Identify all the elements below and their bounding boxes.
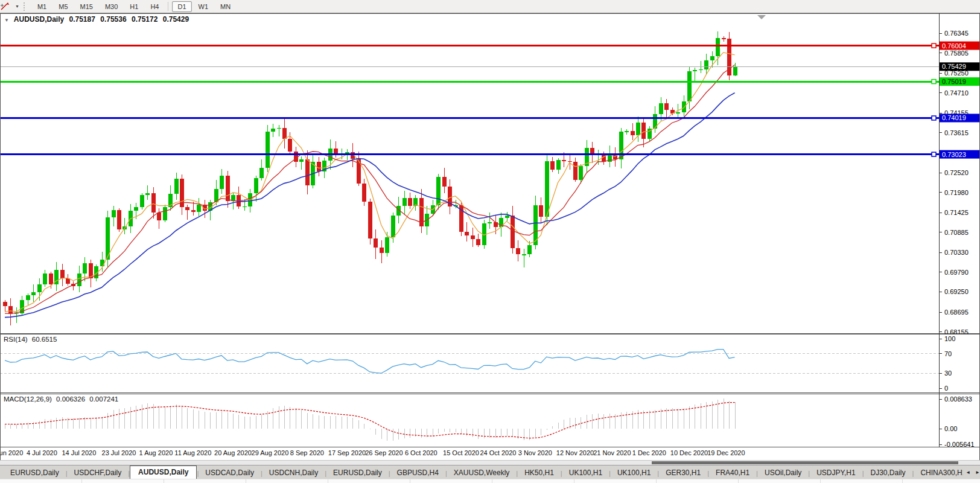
tab-usoil-daily[interactable]: USOil,Daily	[758, 467, 808, 479]
candle-body	[516, 248, 520, 254]
tab-fra40-h1[interactable]: FRA40,H1	[709, 467, 756, 479]
timeframe-button-m15[interactable]: M15	[75, 1, 98, 12]
tab-xauusd-weekly[interactable]: XAUUSD,Weekly	[447, 467, 516, 479]
rsi-axis-tick-label: 0	[944, 385, 948, 392]
candle-body	[8, 306, 13, 314]
timeframe-button-w1[interactable]: W1	[193, 1, 214, 12]
price-axis-tick-label: 0.76345	[944, 30, 969, 37]
macd-axis-tick-label: 0.008633	[944, 395, 972, 403]
ma-line-5	[5, 53, 735, 312]
candle-body	[556, 160, 561, 170]
tab-eurusd-daily[interactable]: EURUSD,Daily	[4, 467, 66, 479]
level-line-handle[interactable]	[932, 43, 936, 48]
chart-symbol-label: AUDUSD,Daily	[14, 15, 64, 24]
price-tag-label: 0.75429	[942, 63, 966, 70]
price-axis-tick-label: 0.74710	[944, 89, 969, 97]
macd-panel[interactable]: 0.0086330.00-0.005641	[0, 394, 980, 447]
price-axis-tick-label: 0.71980	[944, 189, 969, 196]
candle-body	[163, 207, 167, 220]
tab-usdcnh-daily[interactable]: USDCNH,Daily	[262, 467, 325, 479]
candle-body	[151, 193, 156, 212]
tab-uk100-h1[interactable]: UK100,H1	[562, 467, 609, 479]
timeframe-button-m30[interactable]: M30	[100, 1, 123, 12]
rsi-name: RSI(14)	[4, 336, 28, 343]
timeframe-button-d1[interactable]: D1	[172, 1, 191, 12]
macd-indicator-label: MACD(12,26,9) 0.006326 0.007241	[4, 395, 121, 403]
tab-hk50-h1[interactable]: HK50,H1	[518, 467, 561, 479]
candle-body	[699, 69, 703, 70]
candle-body	[220, 176, 224, 189]
chart-tools-icon[interactable]	[2, 2, 14, 11]
rsi-axis-tick-label: 30	[944, 369, 952, 377]
bottom-strip	[0, 479, 980, 483]
candle-body	[716, 38, 720, 56]
candle-body	[145, 193, 150, 195]
level-line-handle[interactable]	[932, 80, 936, 84]
candle-body	[562, 160, 566, 161]
tab-usdjpy-h1[interactable]: USDJPY,H1	[810, 467, 862, 479]
tab-scroll-right-icon[interactable]: ►	[973, 468, 980, 477]
macd-histogram	[5, 398, 736, 441]
candle-body	[436, 177, 441, 205]
candle-body	[579, 166, 583, 180]
candle-body	[636, 123, 640, 135]
candlestick-series	[3, 31, 737, 325]
tab-uk100-h1[interactable]: UK100,H1	[611, 467, 657, 479]
tab-scroll-left-icon[interactable]: ◄	[963, 468, 973, 477]
candle-body	[676, 112, 680, 114]
timeframe-button-h4[interactable]: H4	[145, 1, 164, 12]
candle-body	[299, 159, 304, 162]
candle-body	[134, 207, 138, 211]
candle-body	[243, 206, 247, 207]
tab-dj30-daily[interactable]: DJ30,Daily	[864, 467, 912, 479]
price-axis-tick-label: 0.70330	[944, 249, 969, 256]
toolbar-separator	[168, 2, 168, 11]
level-line-handle[interactable]	[932, 152, 936, 156]
candle-body	[380, 248, 384, 254]
price-tag-label: 0.76004	[942, 42, 966, 50]
candle-body	[83, 263, 87, 273]
candle-body	[271, 129, 275, 132]
chart-tools-dropdown-icon[interactable]: ▼	[15, 4, 19, 8]
price-axis-tick-label: 0.68695	[944, 309, 969, 316]
quote-close: 0.75429	[163, 15, 189, 24]
price-tag-label: 0.73023	[942, 151, 966, 158]
timeframe-button-mn[interactable]: MN	[215, 1, 236, 12]
candle-body	[37, 284, 42, 292]
main-chart[interactable]: 0.763450.758050.752500.747100.741550.736…	[0, 13, 980, 334]
chart-shift-marker-icon[interactable]	[757, 15, 766, 19]
timeframe-button-m1[interactable]: M1	[32, 1, 52, 12]
candle-body	[43, 273, 47, 284]
chart-menu-icon[interactable]: ▼	[4, 18, 9, 23]
tab-eurusd-daily[interactable]: EURUSD,Daily	[326, 467, 389, 479]
candle-body	[619, 132, 623, 159]
price-tag-label: 0.75019	[942, 78, 966, 85]
candle-body	[254, 178, 258, 193]
price-axis-tick-label: 0.73615	[944, 129, 969, 136]
candle-body	[374, 238, 378, 248]
candle-body	[77, 273, 81, 286]
tab-usdcad-daily[interactable]: USDCAD,Daily	[199, 467, 261, 479]
tab-gbpusd-h4[interactable]: GBPUSD,H4	[390, 467, 445, 479]
tab-usdchf-daily[interactable]: USDCHF,Daily	[68, 467, 129, 479]
candle-body	[31, 292, 36, 295]
candle-body	[157, 213, 161, 220]
candle-body	[259, 168, 264, 178]
tab-ger30-h1[interactable]: GER30,H1	[659, 467, 707, 479]
candle-body	[659, 103, 663, 114]
macd-name: MACD(12,26,9)	[4, 395, 52, 403]
level-line-handle[interactable]	[932, 116, 936, 120]
candle-body	[282, 128, 287, 139]
rsi-axis-tick-label: 100	[944, 335, 955, 342]
timeframe-button-h1[interactable]: H1	[124, 1, 144, 12]
date-axis: 25 Jun 20204 Jul 202014 Jul 202023 Jul 2…	[0, 447, 980, 459]
tab-audusd-daily[interactable]: AUDUSD,Daily	[130, 465, 197, 479]
rsi-panel[interactable]: 10070300	[0, 334, 980, 394]
candle-body	[368, 202, 372, 238]
rsi-indicator-label: RSI(14) 60.6515	[4, 336, 59, 343]
scrollbar-thumb[interactable]	[652, 461, 958, 464]
candle-body	[117, 210, 121, 229]
timeframe-button-m5[interactable]: M5	[53, 1, 73, 12]
candle-body	[305, 159, 310, 185]
horizontal-scrollbar[interactable]	[0, 460, 980, 465]
